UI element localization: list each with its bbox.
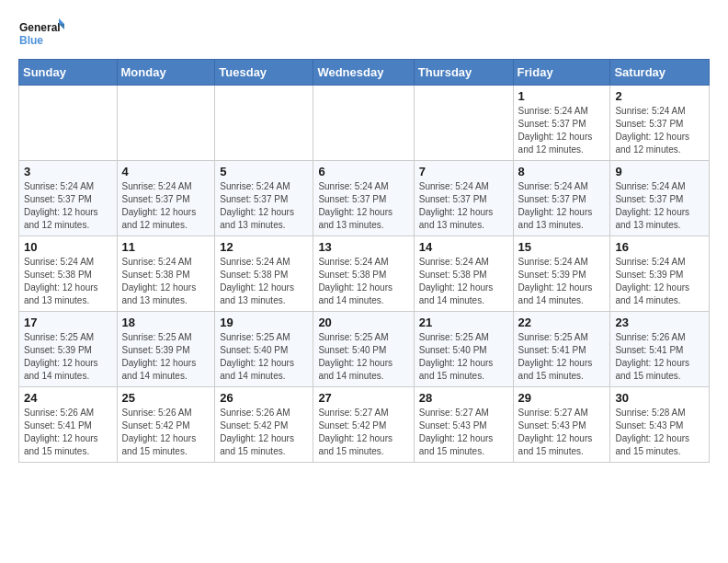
day-number: 28 — [419, 391, 508, 405]
day-number: 11 — [122, 240, 210, 254]
day-info: Sunrise: 5:24 AMSunset: 5:37 PMDaylight:… — [615, 105, 704, 156]
day-number: 27 — [318, 391, 408, 405]
calendar-cell: 28Sunrise: 5:27 AMSunset: 5:43 PMDayligh… — [414, 387, 513, 463]
day-number: 2 — [615, 89, 704, 103]
weekday-header-monday: Monday — [117, 60, 215, 86]
calendar-cell: 7Sunrise: 5:24 AMSunset: 5:37 PMDaylight… — [414, 161, 513, 236]
calendar-cell: 27Sunrise: 5:27 AMSunset: 5:42 PMDayligh… — [313, 387, 414, 463]
calendar-cell — [117, 86, 215, 161]
calendar-cell: 13Sunrise: 5:24 AMSunset: 5:38 PMDayligh… — [313, 236, 414, 312]
day-info: Sunrise: 5:24 AMSunset: 5:37 PMDaylight:… — [615, 180, 704, 232]
calendar-cell: 18Sunrise: 5:25 AMSunset: 5:39 PMDayligh… — [117, 312, 215, 387]
day-number: 18 — [122, 316, 210, 329]
day-number: 25 — [122, 391, 210, 405]
calendar-cell: 11Sunrise: 5:24 AMSunset: 5:38 PMDayligh… — [117, 236, 215, 312]
svg-text:General: General — [19, 21, 61, 34]
calendar-cell — [215, 86, 313, 161]
day-info: Sunrise: 5:24 AMSunset: 5:38 PMDaylight:… — [220, 256, 308, 307]
day-number: 5 — [220, 165, 308, 178]
day-number: 13 — [318, 240, 408, 254]
calendar-cell: 22Sunrise: 5:25 AMSunset: 5:41 PMDayligh… — [513, 312, 610, 387]
day-number: 17 — [24, 316, 112, 329]
weekday-header-row: SundayMondayTuesdayWednesdayThursdayFrid… — [19, 60, 710, 86]
day-info: Sunrise: 5:24 AMSunset: 5:37 PMDaylight:… — [24, 180, 112, 232]
day-number: 7 — [419, 165, 508, 178]
day-number: 12 — [220, 240, 308, 254]
day-number: 14 — [419, 240, 508, 254]
day-info: Sunrise: 5:25 AMSunset: 5:39 PMDaylight:… — [122, 331, 210, 383]
day-info: Sunrise: 5:28 AMSunset: 5:43 PMDaylight:… — [615, 407, 704, 458]
day-info: Sunrise: 5:25 AMSunset: 5:39 PMDaylight:… — [24, 331, 112, 383]
day-info: Sunrise: 5:27 AMSunset: 5:43 PMDaylight:… — [518, 407, 606, 458]
week-row-4: 17Sunrise: 5:25 AMSunset: 5:39 PMDayligh… — [19, 312, 710, 387]
svg-marker-3 — [59, 18, 64, 24]
day-info: Sunrise: 5:24 AMSunset: 5:37 PMDaylight:… — [518, 180, 606, 232]
calendar-cell: 29Sunrise: 5:27 AMSunset: 5:43 PMDayligh… — [513, 387, 610, 463]
calendar-cell: 24Sunrise: 5:26 AMSunset: 5:41 PMDayligh… — [19, 387, 118, 463]
day-number: 29 — [518, 391, 606, 405]
day-number: 1 — [518, 89, 606, 103]
day-info: Sunrise: 5:24 AMSunset: 5:38 PMDaylight:… — [419, 256, 508, 307]
day-info: Sunrise: 5:24 AMSunset: 5:37 PMDaylight:… — [419, 180, 508, 232]
day-info: Sunrise: 5:24 AMSunset: 5:39 PMDaylight:… — [615, 256, 704, 307]
logo: General Blue — [18, 15, 64, 52]
day-number: 8 — [518, 165, 606, 178]
day-number: 23 — [615, 316, 704, 329]
weekday-header-wednesday: Wednesday — [313, 60, 414, 86]
day-info: Sunrise: 5:26 AMSunset: 5:42 PMDaylight:… — [122, 407, 210, 458]
calendar-cell: 3Sunrise: 5:24 AMSunset: 5:37 PMDaylight… — [19, 161, 118, 236]
calendar-cell: 19Sunrise: 5:25 AMSunset: 5:40 PMDayligh… — [215, 312, 313, 387]
weekday-header-sunday: Sunday — [19, 60, 118, 86]
calendar-cell: 25Sunrise: 5:26 AMSunset: 5:42 PMDayligh… — [117, 387, 215, 463]
day-number: 16 — [615, 240, 704, 254]
calendar-cell: 17Sunrise: 5:25 AMSunset: 5:39 PMDayligh… — [19, 312, 118, 387]
calendar-cell: 5Sunrise: 5:24 AMSunset: 5:37 PMDaylight… — [215, 161, 313, 236]
day-info: Sunrise: 5:25 AMSunset: 5:40 PMDaylight:… — [419, 331, 508, 383]
week-row-1: 1Sunrise: 5:24 AMSunset: 5:37 PMDaylight… — [19, 86, 710, 161]
calendar-cell: 4Sunrise: 5:24 AMSunset: 5:37 PMDaylight… — [117, 161, 215, 236]
day-number: 15 — [518, 240, 606, 254]
day-info: Sunrise: 5:25 AMSunset: 5:41 PMDaylight:… — [518, 331, 606, 383]
calendar-cell: 21Sunrise: 5:25 AMSunset: 5:40 PMDayligh… — [414, 312, 513, 387]
day-number: 20 — [318, 316, 408, 329]
day-number: 24 — [24, 391, 112, 405]
day-number: 26 — [220, 391, 308, 405]
calendar-cell: 10Sunrise: 5:24 AMSunset: 5:38 PMDayligh… — [19, 236, 118, 312]
calendar-cell: 12Sunrise: 5:24 AMSunset: 5:38 PMDayligh… — [215, 236, 313, 312]
week-row-3: 10Sunrise: 5:24 AMSunset: 5:38 PMDayligh… — [19, 236, 710, 312]
day-info: Sunrise: 5:25 AMSunset: 5:40 PMDaylight:… — [318, 331, 408, 383]
day-info: Sunrise: 5:24 AMSunset: 5:37 PMDaylight:… — [122, 180, 210, 232]
calendar-cell: 15Sunrise: 5:24 AMSunset: 5:39 PMDayligh… — [513, 236, 610, 312]
day-number: 10 — [24, 240, 112, 254]
day-info: Sunrise: 5:24 AMSunset: 5:38 PMDaylight:… — [122, 256, 210, 307]
calendar-table: SundayMondayTuesdayWednesdayThursdayFrid… — [18, 59, 710, 463]
calendar-cell — [414, 86, 513, 161]
calendar-cell: 16Sunrise: 5:24 AMSunset: 5:39 PMDayligh… — [610, 236, 710, 312]
weekday-header-saturday: Saturday — [610, 60, 710, 86]
calendar-cell: 20Sunrise: 5:25 AMSunset: 5:40 PMDayligh… — [313, 312, 414, 387]
day-info: Sunrise: 5:27 AMSunset: 5:43 PMDaylight:… — [419, 407, 508, 458]
calendar-cell: 9Sunrise: 5:24 AMSunset: 5:37 PMDaylight… — [610, 161, 710, 236]
day-number: 22 — [518, 316, 606, 329]
calendar-cell: 1Sunrise: 5:24 AMSunset: 5:37 PMDaylight… — [513, 86, 610, 161]
day-info: Sunrise: 5:24 AMSunset: 5:37 PMDaylight:… — [518, 105, 606, 156]
calendar-cell — [313, 86, 414, 161]
calendar-cell: 26Sunrise: 5:26 AMSunset: 5:42 PMDayligh… — [215, 387, 313, 463]
day-info: Sunrise: 5:24 AMSunset: 5:37 PMDaylight:… — [220, 180, 308, 232]
week-row-5: 24Sunrise: 5:26 AMSunset: 5:41 PMDayligh… — [19, 387, 710, 463]
day-number: 6 — [318, 165, 408, 178]
logo-svg: General Blue — [18, 15, 64, 52]
calendar-cell: 8Sunrise: 5:24 AMSunset: 5:37 PMDaylight… — [513, 161, 610, 236]
day-number: 3 — [24, 165, 112, 178]
calendar-cell: 6Sunrise: 5:24 AMSunset: 5:37 PMDaylight… — [313, 161, 414, 236]
day-info: Sunrise: 5:24 AMSunset: 5:38 PMDaylight:… — [24, 256, 112, 307]
day-info: Sunrise: 5:24 AMSunset: 5:38 PMDaylight:… — [318, 256, 408, 307]
day-info: Sunrise: 5:24 AMSunset: 5:37 PMDaylight:… — [318, 180, 408, 232]
day-info: Sunrise: 5:27 AMSunset: 5:42 PMDaylight:… — [318, 407, 408, 458]
day-number: 21 — [419, 316, 508, 329]
weekday-header-thursday: Thursday — [414, 60, 513, 86]
calendar-cell — [19, 86, 118, 161]
page-header: General Blue — [18, 15, 710, 52]
day-number: 4 — [122, 165, 210, 178]
weekday-header-friday: Friday — [513, 60, 610, 86]
